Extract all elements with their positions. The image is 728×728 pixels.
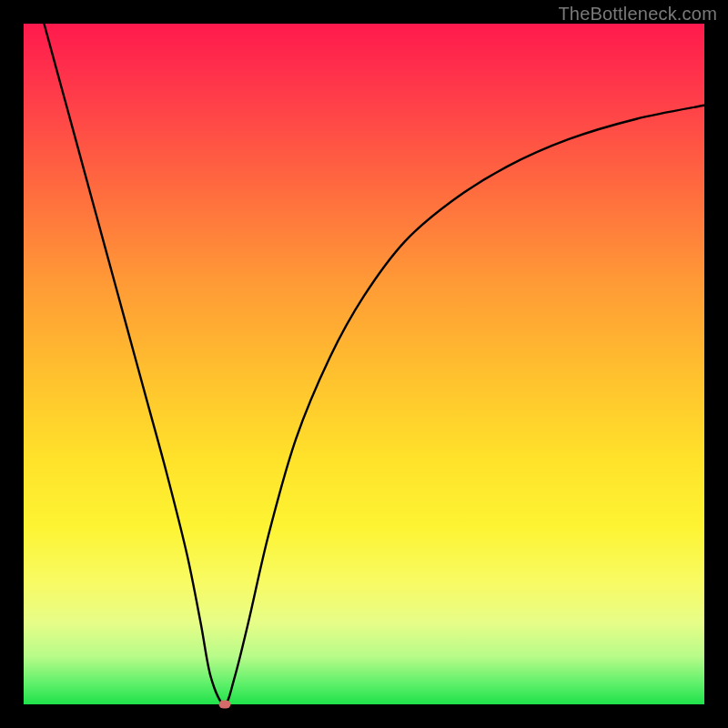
minimum-marker: [218, 701, 230, 709]
curve-svg: [24, 24, 704, 704]
plot-area: [24, 24, 704, 704]
bottleneck-curve: [44, 24, 704, 704]
chart-frame: TheBottleneck.com: [0, 0, 728, 728]
watermark-text: TheBottleneck.com: [558, 4, 717, 25]
